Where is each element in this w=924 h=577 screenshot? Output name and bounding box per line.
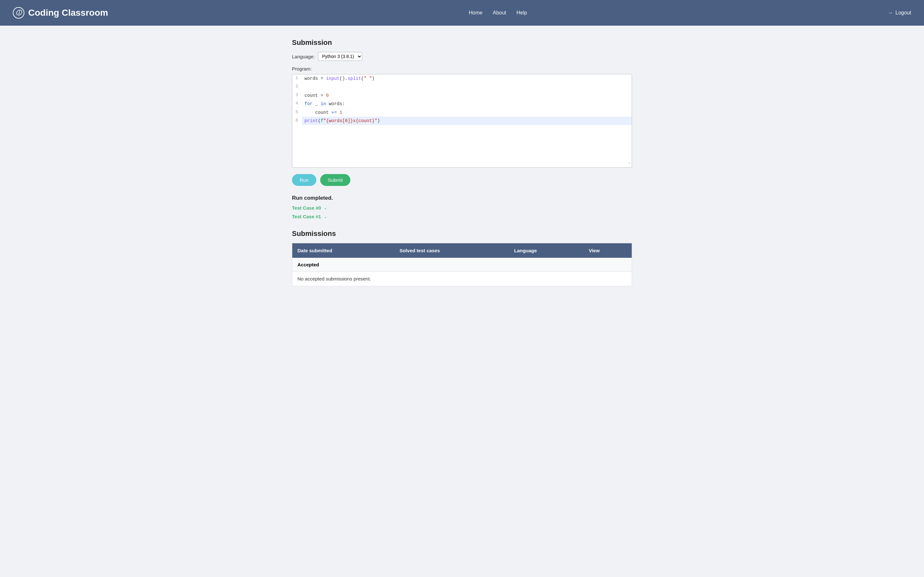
main-content: Submission Language: Python 3 (3.8.1) Ja… [286,26,638,299]
test-case-0-chevron: ⌄ [324,205,327,210]
line-number-6: 6 [292,117,302,125]
code-line-10 [292,151,632,159]
code-line-8 [292,134,632,142]
brand-link[interactable]: ⓘ Coding Classroom [13,7,108,19]
col-language: Language [509,243,583,258]
code-line-4: 4 for _ in words: [292,100,632,108]
line-content-6: print(f"{words[0]}x{count}") [302,117,632,125]
submissions-table: Date submitted Solved test cases Languag… [292,243,632,286]
line-number-3: 3 [292,91,302,100]
accepted-label: Accepted [292,258,632,271]
line-content-2 [302,83,632,91]
line-number-7 [292,125,302,133]
navbar: ⓘ Coding Classroom Home About Help → Log… [0,0,924,26]
nav-link-home[interactable]: Home [469,10,483,15]
line-number-4: 4 [292,100,302,108]
submission-title: Submission [292,39,632,47]
line-content-1: words = input().split(" ") [302,74,632,83]
line-content-8 [302,134,632,142]
line-number-5: 5 [292,108,302,117]
col-date-submitted: Date submitted [292,243,395,258]
test-case-0-label: Test Case #0 [292,205,321,211]
table-header-row: Date submitted Solved test cases Languag… [292,243,632,258]
accepted-subheader-row: Accepted [292,258,632,271]
line-number-8 [292,134,302,142]
line-content-10 [302,151,632,159]
submit-button[interactable]: Submit [320,174,351,186]
test-case-1-row[interactable]: Test Case #1 ⌄ [292,214,632,219]
code-line-1: 1 words = input().split(" ") [292,74,632,83]
program-label: Program: [292,66,632,71]
logout-label: Logout [895,10,911,16]
code-line-3: 3 count = 0 [292,91,632,100]
table-body: Accepted No accepted submissions present… [292,258,632,286]
line-number-2: 2 [292,83,302,91]
line-content-9 [302,142,632,150]
nav-item-about[interactable]: About [493,10,506,16]
line-number-9 [292,142,302,150]
code-line-5: 5 count += 1 [292,108,632,117]
table-header: Date submitted Solved test cases Languag… [292,243,632,258]
line-number-1: 1 [292,74,302,83]
resize-handle[interactable]: ↘ [628,160,630,166]
nav-item-home[interactable]: Home [469,10,483,16]
brand-icon: ⓘ [13,7,24,19]
logout-icon: → [888,10,893,16]
logout-button[interactable]: → Logout [888,10,911,16]
test-case-1-label: Test Case #1 [292,214,321,219]
language-select[interactable]: Python 3 (3.8.1) Java C++ JavaScript [318,52,362,61]
line-content-5: count += 1 [302,108,632,117]
submissions-title: Submissions [292,229,632,238]
code-line-6: 6 print(f"{words[0]}x{count}") [292,117,632,125]
code-line-2: 2 [292,83,632,91]
line-content-3: count = 0 [302,91,632,100]
code-lines: 1 words = input().split(" ") 2 3 count =… [292,74,632,167]
language-row: Language: Python 3 (3.8.1) Java C++ Java… [292,52,632,61]
line-number-10 [292,151,302,159]
line-number-11 [292,159,302,167]
brand-name: Coding Classroom [28,8,108,18]
code-editor[interactable]: 1 words = input().split(" ") 2 3 count =… [292,74,632,168]
code-line-9 [292,142,632,150]
col-solved-test-cases: Solved test cases [394,243,509,258]
no-accepted-row: No accepted submissions present. [292,271,632,286]
line-content-4: for _ in words: [302,100,632,108]
line-content-11 [302,159,632,167]
nav-item-help[interactable]: Help [517,10,527,16]
language-label: Language: [292,54,315,59]
no-accepted-message: No accepted submissions present. [292,271,632,286]
run-button[interactable]: Run [292,174,317,186]
col-view: View [583,243,632,258]
test-case-1-chevron: ⌄ [324,214,327,219]
line-content-7 [302,125,632,133]
nav-menu: Home About Help [469,10,527,16]
nav-link-help[interactable]: Help [517,10,527,15]
run-completed-status: Run completed. [292,195,632,201]
nav-link-about[interactable]: About [493,10,506,15]
buttons-row: Run Submit [292,174,632,186]
code-line-7 [292,125,632,133]
code-line-11 [292,159,632,167]
test-case-0-row[interactable]: Test Case #0 ⌄ [292,205,632,211]
